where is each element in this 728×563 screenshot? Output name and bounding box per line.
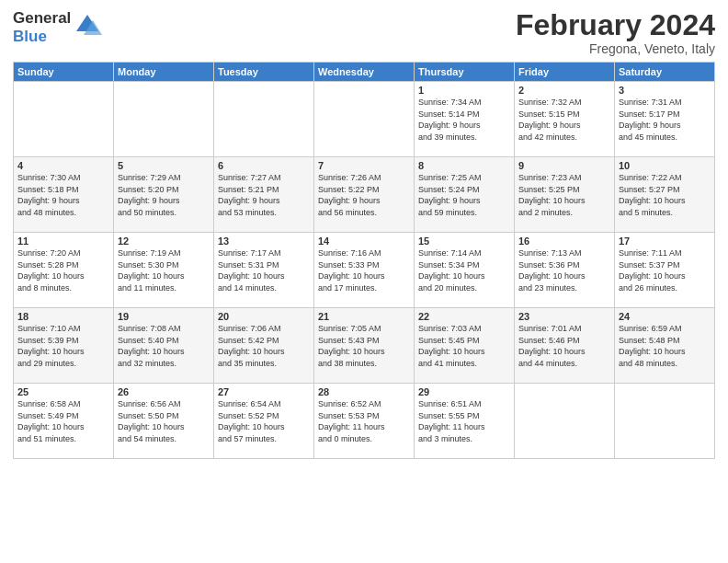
calendar-cell [515, 384, 615, 459]
calendar-cell: 21Sunrise: 7:05 AM Sunset: 5:43 PM Dayli… [314, 308, 415, 384]
day-number: 8 [418, 160, 510, 171]
day-info: Sunrise: 7:01 AM Sunset: 5:46 PM Dayligh… [518, 323, 610, 369]
day-number: 29 [418, 386, 510, 397]
day-info: Sunrise: 7:22 AM Sunset: 5:27 PM Dayligh… [619, 172, 711, 218]
calendar-cell: 18Sunrise: 7:10 AM Sunset: 5:39 PM Dayli… [14, 308, 114, 384]
calendar-cell: 13Sunrise: 7:17 AM Sunset: 5:31 PM Dayli… [214, 233, 314, 308]
calendar-cell [214, 82, 314, 157]
day-info: Sunrise: 6:52 AM Sunset: 5:53 PM Dayligh… [318, 398, 410, 444]
calendar-week-4: 18Sunrise: 7:10 AM Sunset: 5:39 PM Dayli… [14, 308, 715, 384]
day-number: 27 [218, 386, 310, 397]
header: General Blue February 2024 Fregona, Vene… [13, 9, 715, 56]
day-number: 28 [318, 386, 410, 397]
logo: General Blue [13, 9, 102, 45]
col-friday: Friday [515, 63, 615, 82]
title-block: February 2024 Fregona, Veneto, Italy [516, 9, 715, 56]
day-info: Sunrise: 6:58 AM Sunset: 5:49 PM Dayligh… [17, 398, 109, 444]
day-number: 12 [118, 236, 210, 247]
col-wednesday: Wednesday [314, 63, 415, 82]
day-number: 15 [418, 236, 510, 247]
day-number: 6 [218, 160, 310, 171]
day-number: 16 [518, 236, 610, 247]
day-info: Sunrise: 7:13 AM Sunset: 5:36 PM Dayligh… [518, 247, 610, 293]
day-info: Sunrise: 7:20 AM Sunset: 5:28 PM Dayligh… [17, 247, 109, 293]
day-info: Sunrise: 7:32 AM Sunset: 5:15 PM Dayligh… [518, 97, 610, 143]
calendar-cell: 22Sunrise: 7:03 AM Sunset: 5:45 PM Dayli… [415, 308, 515, 384]
day-info: Sunrise: 7:14 AM Sunset: 5:34 PM Dayligh… [418, 247, 510, 293]
logo-word2: Blue [13, 28, 71, 46]
calendar-table: Sunday Monday Tuesday Wednesday Thursday… [13, 62, 715, 459]
page-subtitle: Fregona, Veneto, Italy [516, 41, 715, 56]
calendar-cell: 28Sunrise: 6:52 AM Sunset: 5:53 PM Dayli… [314, 384, 415, 459]
col-sunday: Sunday [14, 63, 114, 82]
calendar-cell: 4Sunrise: 7:30 AM Sunset: 5:18 PM Daylig… [14, 157, 114, 233]
day-info: Sunrise: 7:16 AM Sunset: 5:33 PM Dayligh… [318, 247, 410, 293]
day-number: 25 [17, 386, 109, 397]
day-number: 22 [418, 311, 510, 322]
calendar-cell: 29Sunrise: 6:51 AM Sunset: 5:55 PM Dayli… [415, 384, 515, 459]
calendar-cell: 23Sunrise: 7:01 AM Sunset: 5:46 PM Dayli… [515, 308, 615, 384]
day-number: 17 [619, 236, 711, 247]
day-info: Sunrise: 7:27 AM Sunset: 5:21 PM Dayligh… [218, 172, 310, 218]
calendar-week-5: 25Sunrise: 6:58 AM Sunset: 5:49 PM Dayli… [14, 384, 715, 459]
calendar-week-2: 4Sunrise: 7:30 AM Sunset: 5:18 PM Daylig… [14, 157, 715, 233]
calendar-cell: 25Sunrise: 6:58 AM Sunset: 5:49 PM Dayli… [14, 384, 114, 459]
calendar-week-3: 11Sunrise: 7:20 AM Sunset: 5:28 PM Dayli… [14, 233, 715, 308]
day-info: Sunrise: 7:29 AM Sunset: 5:20 PM Dayligh… [118, 172, 210, 218]
calendar-cell: 14Sunrise: 7:16 AM Sunset: 5:33 PM Dayli… [314, 233, 415, 308]
calendar-cell: 27Sunrise: 6:54 AM Sunset: 5:52 PM Dayli… [214, 384, 314, 459]
calendar-cell: 12Sunrise: 7:19 AM Sunset: 5:30 PM Dayli… [114, 233, 214, 308]
col-monday: Monday [114, 63, 214, 82]
calendar-cell [615, 384, 715, 459]
calendar-cell: 5Sunrise: 7:29 AM Sunset: 5:20 PM Daylig… [114, 157, 214, 233]
day-number: 20 [218, 311, 310, 322]
logo-icon [73, 11, 102, 44]
day-info: Sunrise: 6:54 AM Sunset: 5:52 PM Dayligh… [218, 398, 310, 444]
calendar-cell: 7Sunrise: 7:26 AM Sunset: 5:22 PM Daylig… [314, 157, 415, 233]
header-row: Sunday Monday Tuesday Wednesday Thursday… [14, 63, 715, 82]
day-number: 21 [318, 311, 410, 322]
day-info: Sunrise: 7:31 AM Sunset: 5:17 PM Dayligh… [619, 97, 711, 143]
day-info: Sunrise: 7:17 AM Sunset: 5:31 PM Dayligh… [218, 247, 310, 293]
calendar-cell [114, 82, 214, 157]
col-thursday: Thursday [415, 63, 515, 82]
calendar-cell: 3Sunrise: 7:31 AM Sunset: 5:17 PM Daylig… [615, 82, 715, 157]
day-info: Sunrise: 6:51 AM Sunset: 5:55 PM Dayligh… [418, 398, 510, 444]
logo-content: General Blue [13, 9, 102, 45]
calendar-cell: 24Sunrise: 6:59 AM Sunset: 5:48 PM Dayli… [615, 308, 715, 384]
calendar-cell: 8Sunrise: 7:25 AM Sunset: 5:24 PM Daylig… [415, 157, 515, 233]
day-number: 19 [118, 311, 210, 322]
day-number: 3 [619, 85, 711, 96]
day-number: 2 [518, 85, 610, 96]
day-info: Sunrise: 6:56 AM Sunset: 5:50 PM Dayligh… [118, 398, 210, 444]
logo-word1: General [13, 9, 71, 27]
day-info: Sunrise: 7:30 AM Sunset: 5:18 PM Dayligh… [17, 172, 109, 218]
col-tuesday: Tuesday [214, 63, 314, 82]
day-number: 4 [17, 160, 109, 171]
logo-text-block: General Blue [13, 9, 71, 45]
day-number: 14 [318, 236, 410, 247]
day-number: 7 [318, 160, 410, 171]
day-number: 24 [619, 311, 711, 322]
day-info: Sunrise: 7:05 AM Sunset: 5:43 PM Dayligh… [318, 323, 410, 369]
day-info: Sunrise: 7:08 AM Sunset: 5:40 PM Dayligh… [118, 323, 210, 369]
calendar-cell: 20Sunrise: 7:06 AM Sunset: 5:42 PM Dayli… [214, 308, 314, 384]
day-info: Sunrise: 7:34 AM Sunset: 5:14 PM Dayligh… [418, 97, 510, 143]
day-info: Sunrise: 7:06 AM Sunset: 5:42 PM Dayligh… [218, 323, 310, 369]
col-saturday: Saturday [615, 63, 715, 82]
day-info: Sunrise: 7:11 AM Sunset: 5:37 PM Dayligh… [619, 247, 711, 293]
calendar-cell: 19Sunrise: 7:08 AM Sunset: 5:40 PM Dayli… [114, 308, 214, 384]
calendar-cell: 6Sunrise: 7:27 AM Sunset: 5:21 PM Daylig… [214, 157, 314, 233]
day-info: Sunrise: 7:03 AM Sunset: 5:45 PM Dayligh… [418, 323, 510, 369]
day-info: Sunrise: 7:10 AM Sunset: 5:39 PM Dayligh… [17, 323, 109, 369]
calendar-cell: 10Sunrise: 7:22 AM Sunset: 5:27 PM Dayli… [615, 157, 715, 233]
calendar-cell: 15Sunrise: 7:14 AM Sunset: 5:34 PM Dayli… [415, 233, 515, 308]
day-number: 13 [218, 236, 310, 247]
day-number: 11 [17, 236, 109, 247]
calendar-cell: 16Sunrise: 7:13 AM Sunset: 5:36 PM Dayli… [515, 233, 615, 308]
day-number: 9 [518, 160, 610, 171]
day-info: Sunrise: 7:25 AM Sunset: 5:24 PM Dayligh… [418, 172, 510, 218]
day-info: Sunrise: 6:59 AM Sunset: 5:48 PM Dayligh… [619, 323, 711, 369]
calendar-cell [14, 82, 114, 157]
day-number: 26 [118, 386, 210, 397]
